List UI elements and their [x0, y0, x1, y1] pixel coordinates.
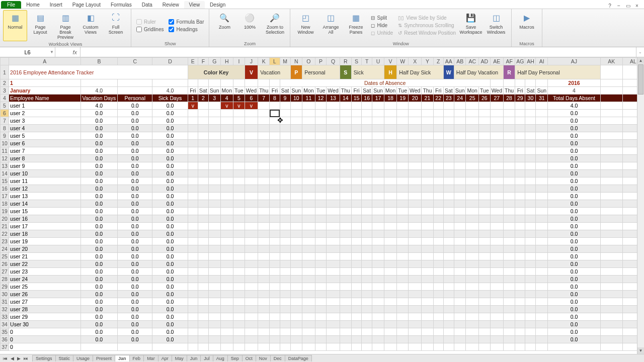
- column-header-AG[interactable]: AG: [515, 58, 525, 65]
- day-cell[interactable]: v: [220, 102, 233, 110]
- day-cell[interactable]: [290, 313, 302, 321]
- vacation-days[interactable]: 0.0: [80, 132, 118, 140]
- day-cell[interactable]: [351, 215, 361, 223]
- day-cell[interactable]: [454, 276, 466, 283]
- day-cell[interactable]: [504, 140, 515, 147]
- day-cell[interactable]: [372, 223, 384, 230]
- day-cell[interactable]: [290, 276, 302, 283]
- day-cell[interactable]: [454, 215, 466, 223]
- day-cell[interactable]: [372, 125, 384, 132]
- day-cell[interactable]: [466, 253, 478, 260]
- day-cell[interactable]: [525, 328, 536, 336]
- day-cell[interactable]: [504, 253, 515, 260]
- day-cell[interactable]: [504, 125, 515, 132]
- day-cell[interactable]: [270, 291, 280, 298]
- day-cell[interactable]: [327, 200, 340, 208]
- day-cell[interactable]: [315, 102, 327, 110]
- day-cell[interactable]: [409, 328, 422, 336]
- row-header[interactable]: 18: [1, 200, 9, 208]
- day-cell[interactable]: [490, 223, 503, 230]
- day-cell[interactable]: [478, 321, 490, 328]
- day-cell[interactable]: [372, 110, 384, 117]
- help-icon[interactable]: ?: [607, 3, 613, 9]
- day-cell[interactable]: [409, 117, 422, 125]
- sick-days[interactable]: 0.0: [152, 208, 188, 215]
- day-cell[interactable]: [372, 343, 384, 351]
- cell[interactable]: [600, 223, 622, 230]
- cell[interactable]: [600, 343, 622, 351]
- day-cell[interactable]: [454, 291, 466, 298]
- day-cell[interactable]: [302, 238, 315, 245]
- row-header[interactable]: 16: [1, 185, 9, 193]
- day-cell[interactable]: [490, 283, 503, 291]
- day-cell[interactable]: [536, 245, 548, 253]
- day-cell[interactable]: [454, 208, 466, 215]
- day-cell[interactable]: [515, 328, 525, 336]
- day-cell[interactable]: [478, 283, 490, 291]
- personal-days[interactable]: 0.0: [118, 110, 152, 117]
- day-cell[interactable]: [490, 147, 503, 155]
- total-absent[interactable]: 0.0: [548, 200, 601, 208]
- day-cell[interactable]: [504, 208, 515, 215]
- sick-days[interactable]: 0.0: [152, 223, 188, 230]
- day-cell[interactable]: [525, 125, 536, 132]
- day-cell[interactable]: [280, 223, 290, 230]
- day-cell[interactable]: [525, 140, 536, 147]
- day-cell[interactable]: [504, 313, 515, 321]
- day-cell[interactable]: [443, 260, 454, 268]
- day-cell[interactable]: [302, 140, 315, 147]
- day-cell[interactable]: [220, 215, 233, 223]
- day-cell[interactable]: [270, 306, 280, 313]
- row-header[interactable]: 37: [1, 343, 9, 351]
- sheet-tab-usage[interactable]: Usage: [73, 355, 93, 361]
- formula-bar-checkbox[interactable]: Formula Bar: [167, 19, 206, 25]
- day-cell[interactable]: [466, 260, 478, 268]
- day-cell[interactable]: [409, 162, 422, 170]
- vacation-days[interactable]: 0.0: [80, 291, 118, 298]
- day-cell[interactable]: [340, 193, 351, 200]
- day-cell[interactable]: [327, 110, 340, 117]
- cell[interactable]: [188, 79, 198, 87]
- sick-days[interactable]: 0.0: [152, 147, 188, 155]
- day-cell[interactable]: [397, 343, 409, 351]
- sick-days[interactable]: 0.0: [152, 313, 188, 321]
- day-cell[interactable]: [290, 110, 302, 117]
- day-cell[interactable]: [504, 177, 515, 185]
- day-cell[interactable]: [327, 336, 340, 343]
- day-cell[interactable]: [443, 245, 454, 253]
- day-cell[interactable]: [270, 140, 280, 147]
- day-cell[interactable]: [340, 328, 351, 336]
- day-cell[interactable]: [340, 321, 351, 328]
- day-cell[interactable]: [362, 328, 372, 336]
- day-cell[interactable]: [315, 162, 327, 170]
- day-cell[interactable]: [198, 125, 208, 132]
- day-cell[interactable]: [233, 260, 245, 268]
- day-cell[interactable]: [351, 268, 361, 276]
- day-cell[interactable]: [340, 110, 351, 117]
- day-cell[interactable]: [315, 215, 327, 223]
- day-cell[interactable]: [302, 313, 315, 321]
- day-cell[interactable]: [362, 291, 372, 298]
- day-cell[interactable]: [433, 298, 443, 306]
- day-cell[interactable]: [443, 291, 454, 298]
- day-cell[interactable]: [258, 230, 270, 238]
- day-cell[interactable]: [340, 230, 351, 238]
- day-cell[interactable]: [397, 200, 409, 208]
- day-cell[interactable]: [315, 313, 327, 321]
- day-cell[interactable]: [198, 117, 208, 125]
- day-cell[interactable]: [443, 177, 454, 185]
- row-header[interactable]: 25: [1, 253, 9, 260]
- day-cell[interactable]: [351, 125, 361, 132]
- day-cell[interactable]: [422, 200, 433, 208]
- day-cell[interactable]: [302, 193, 315, 200]
- day-cell[interactable]: [478, 140, 490, 147]
- sick-days[interactable]: [152, 343, 188, 351]
- day-cell[interactable]: [433, 253, 443, 260]
- day-cell[interactable]: [198, 245, 208, 253]
- vacation-days[interactable]: 0.0: [80, 155, 118, 162]
- day-cell[interactable]: [384, 208, 396, 215]
- day-cell[interactable]: [525, 306, 536, 313]
- day-cell[interactable]: [233, 276, 245, 283]
- total-absent[interactable]: 4.0: [548, 102, 601, 110]
- day-cell[interactable]: [188, 298, 198, 306]
